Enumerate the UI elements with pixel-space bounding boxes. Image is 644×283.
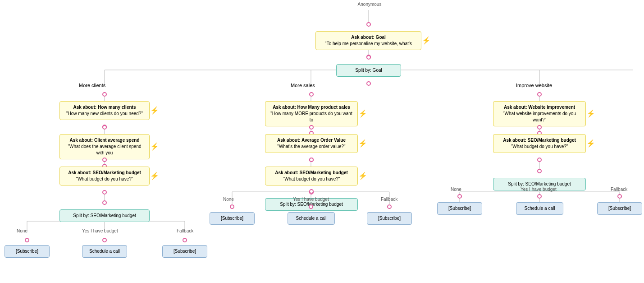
- split-goal-node[interactable]: Split by: Goal: [336, 58, 401, 83]
- ask-client-avg-subtitle: "What does the average client spend with…: [64, 144, 146, 156]
- flow-canvas: Anonymous Ask about: Goal "To help me pe…: [0, 0, 644, 283]
- anonymous-text: Anonymous: [358, 2, 382, 7]
- yes-m-label: Yes I have budget: [293, 197, 329, 202]
- ask-avg-order-node[interactable]: Ask about: Average Order Value "What's t…: [265, 128, 358, 159]
- none-r-label: None: [451, 187, 461, 192]
- ask-client-avg-title: Ask about: Client average spend: [64, 137, 146, 144]
- ask-seo-mid-subtitle: "What budget do you have?": [269, 176, 354, 182]
- subscribe-m-none-node[interactable]: [Subscribe]: [210, 212, 255, 225]
- ask-seo-mid-title: Ask about: SEO/Marketing budget: [269, 170, 354, 176]
- subscribe-r-fb-node[interactable]: [Subscribe]: [597, 202, 642, 215]
- lightning-clients: ⚡: [150, 106, 159, 116]
- schedule-m-yes-node[interactable]: Schedule a call: [288, 212, 335, 225]
- subscribe-r-none-node[interactable]: [Subscribe]: [437, 202, 482, 215]
- dot-fallback-l: [183, 238, 187, 242]
- branch-more-sales: More sales: [291, 83, 315, 88]
- split-seo-left-label: Split by: SEO/Marketing budget: [73, 213, 136, 218]
- ask-avg-order-subtitle: "What's the average order value?": [269, 144, 354, 150]
- dot-none-m: [230, 204, 234, 209]
- subscribe-l-none-node[interactable]: [Subscribe]: [5, 245, 50, 258]
- dot-fallback-r: [617, 194, 622, 199]
- subscribe-l-fb-node[interactable]: [Subscribe]: [162, 245, 207, 258]
- lightning-website: ⚡: [586, 109, 595, 119]
- split-seo-right-label: Split by: SEO/Marketing budget: [508, 181, 571, 186]
- none-l-label: None: [17, 228, 27, 233]
- ask-product-sales-title: Ask about: How Many product sales: [269, 104, 354, 111]
- lightning-seo-right: ⚡: [586, 139, 595, 148]
- branch-improve-website: Improve website: [516, 83, 552, 88]
- ask-clients-title: Ask about: How many clients: [64, 104, 146, 111]
- ask-product-sales-subtitle: "How many MORE products do you want to: [269, 111, 354, 123]
- lightning-avg-order: ⚡: [358, 139, 367, 148]
- fallback-m-label: Fallback: [381, 197, 397, 202]
- dot-none-r: [457, 194, 462, 199]
- yes-l-label: Yes I have budget: [82, 228, 118, 233]
- ask-seo-right-subtitle: "What budget do you have?": [497, 144, 582, 150]
- improve-website-label: Improve website: [516, 83, 552, 88]
- yes-r-label: Yes I have budget: [521, 187, 557, 192]
- ask-website-subtitle: "What website improvements do you want?": [497, 111, 582, 123]
- dot-yes-m: [309, 204, 313, 209]
- ask-seo-budget-mid-node[interactable]: Ask about: SEO/Marketing budget "What bu…: [265, 160, 358, 192]
- lightning-seo-mid: ⚡: [358, 171, 367, 181]
- dot-none-l: [25, 238, 29, 242]
- anonymous-label: Anonymous: [352, 2, 388, 7]
- dot-fallback-m: [387, 204, 392, 209]
- fallback-l-label: Fallback: [177, 228, 193, 233]
- dot-yes-l: [102, 238, 107, 242]
- ask-seo-right-title: Ask about: SEO/Marketing budget: [497, 137, 582, 144]
- lightning-root: ⚡: [422, 36, 431, 46]
- lightning-product: ⚡: [358, 109, 367, 119]
- schedule-r-yes-node[interactable]: Schedule a call: [516, 202, 563, 215]
- root-ask-title: Ask about: Goal: [320, 34, 417, 41]
- split-goal-label: Split by: Goal: [355, 68, 382, 73]
- lightning-seo-left: ⚡: [150, 171, 159, 181]
- ask-seo-budget-right-node[interactable]: Ask about: SEO/Marketing budget "What bu…: [493, 128, 586, 159]
- ask-website-title: Ask about: Website improvement: [497, 104, 582, 111]
- ask-clients-node[interactable]: Ask about: How many clients "How many ne…: [59, 95, 150, 126]
- root-ask-subtitle: "To help me personalise my website, what…: [320, 41, 417, 47]
- split-seo-left-node[interactable]: Split by: SEO/Marketing budget: [59, 203, 150, 222]
- schedule-l-yes-node[interactable]: Schedule a call: [82, 245, 127, 258]
- subscribe-m-fb-node[interactable]: [Subscribe]: [367, 212, 412, 225]
- root-ask-node[interactable]: Ask about: Goal "To help me personalise …: [315, 25, 421, 56]
- ask-avg-order-title: Ask about: Average Order Value: [269, 137, 354, 144]
- more-sales-label: More sales: [291, 83, 315, 88]
- ask-clients-subtitle: "How many new clients do you need?": [64, 111, 146, 117]
- ask-seo-left-subtitle: "What budget do you have?": [64, 176, 146, 182]
- more-clients-label: More clients: [79, 83, 105, 88]
- branch-more-clients: More clients: [79, 83, 105, 88]
- lightning-client-avg: ⚡: [150, 142, 159, 152]
- ask-seo-budget-left-node[interactable]: Ask about: SEO/Marketing budget "What bu…: [59, 160, 150, 192]
- none-m-label: None: [223, 197, 234, 202]
- ask-seo-left-title: Ask about: SEO/Marketing budget: [64, 170, 146, 176]
- fallback-r-label: Fallback: [611, 187, 627, 192]
- dot-yes-r: [537, 194, 542, 199]
